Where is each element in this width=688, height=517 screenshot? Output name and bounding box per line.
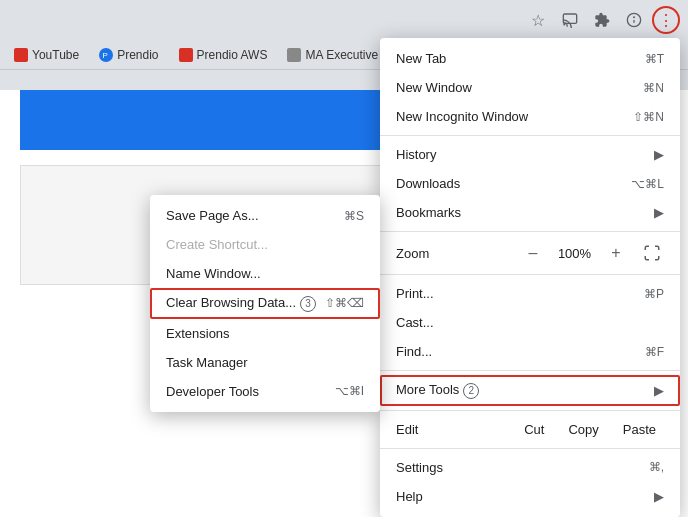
edit-row: Edit Cut Copy Paste: [380, 415, 680, 444]
bookmark-prendio-label: Prendio: [117, 48, 158, 62]
more-tools-arrow-icon: ▶: [654, 383, 664, 398]
create-shortcut-label: Create Shortcut...: [166, 237, 268, 252]
new-tab-shortcut: ⌘T: [645, 52, 664, 66]
browser-background: ☆ ⋮ YouTube P Prendio Prendio AWS MA Exe…: [0, 0, 688, 517]
extensions-item[interactable]: Extensions: [150, 319, 380, 348]
downloads-shortcut: ⌥⌘L: [631, 177, 664, 191]
new-window-shortcut: ⌘N: [643, 81, 664, 95]
name-window-label: Name Window...: [166, 266, 261, 281]
menu-divider-4: [380, 370, 680, 371]
new-incognito-label: New Incognito Window: [396, 109, 528, 124]
bookmark-youtube-label: YouTube: [32, 48, 79, 62]
svg-rect-0: [563, 14, 576, 23]
zoom-plus-button[interactable]: +: [604, 241, 628, 265]
downloads-item[interactable]: Downloads ⌥⌘L: [380, 169, 680, 198]
developer-tools-item[interactable]: Developer Tools ⌥⌘I: [150, 377, 380, 406]
find-item[interactable]: Find... ⌘F: [380, 337, 680, 366]
cast-icon[interactable]: [556, 6, 584, 34]
more-menu-icon[interactable]: ⋮: [652, 6, 680, 34]
save-page-as-label: Save Page As...: [166, 208, 259, 223]
new-tab-label: New Tab: [396, 51, 446, 66]
print-item[interactable]: Print... ⌘P: [380, 279, 680, 308]
menu-divider-3: [380, 274, 680, 275]
clear-browsing-shortcut: ⇧⌘⌫: [325, 296, 364, 310]
find-shortcut: ⌘F: [645, 345, 664, 359]
extensions-label: Extensions: [166, 326, 230, 341]
extensions-icon[interactable]: [588, 6, 616, 34]
sub-menu: Save Page As... ⌘S Create Shortcut... Na…: [150, 195, 380, 412]
name-window-item[interactable]: Name Window...: [150, 259, 380, 288]
menu-divider-5: [380, 410, 680, 411]
history-arrow-icon: ▶: [654, 147, 664, 162]
bookmarks-arrow-icon: ▶: [654, 205, 664, 220]
task-manager-item[interactable]: Task Manager: [150, 348, 380, 377]
ma-executive-favicon: [287, 48, 301, 62]
cast-item[interactable]: Cast...: [380, 308, 680, 337]
developer-tools-label: Developer Tools: [166, 384, 259, 399]
history-label: History: [396, 147, 436, 162]
edit-label: Edit: [396, 422, 516, 437]
bookmark-prendio-aws[interactable]: Prendio AWS: [173, 46, 274, 64]
clear-browsing-badge: 3: [300, 296, 316, 312]
print-label: Print...: [396, 286, 434, 301]
help-arrow-icon: ▶: [654, 489, 664, 504]
create-shortcut-item[interactable]: Create Shortcut...: [150, 230, 380, 259]
save-page-as-shortcut: ⌘S: [344, 209, 364, 223]
new-tab-item[interactable]: New Tab ⌘T: [380, 44, 680, 73]
more-tools-item[interactable]: More Tools2 ▶: [380, 375, 680, 406]
new-incognito-shortcut: ⇧⌘N: [633, 110, 664, 124]
bookmark-prendio-aws-label: Prendio AWS: [197, 48, 268, 62]
history-item[interactable]: History ▶: [380, 140, 680, 169]
zoom-minus-button[interactable]: –: [521, 241, 545, 265]
task-manager-label: Task Manager: [166, 355, 248, 370]
new-window-label: New Window: [396, 80, 472, 95]
youtube-favicon: [14, 48, 28, 62]
page-banner: [20, 90, 433, 150]
prendio-aws-favicon: [179, 48, 193, 62]
developer-tools-shortcut: ⌥⌘I: [335, 384, 364, 398]
more-tools-badge: 2: [463, 383, 479, 399]
find-label: Find...: [396, 344, 432, 359]
save-page-as-item[interactable]: Save Page As... ⌘S: [150, 201, 380, 230]
copy-button[interactable]: Copy: [560, 420, 606, 439]
cut-button[interactable]: Cut: [516, 420, 552, 439]
browser-toolbar: ☆ ⋮: [0, 0, 688, 40]
cast-label: Cast...: [396, 315, 434, 330]
settings-label: Settings: [396, 460, 443, 475]
bookmarks-label: Bookmarks: [396, 205, 461, 220]
zoom-fullscreen-button[interactable]: [640, 241, 664, 265]
more-tools-label: More Tools2: [396, 382, 479, 399]
zoom-controls: – 100% +: [521, 241, 664, 265]
bookmark-prendio[interactable]: P Prendio: [93, 46, 164, 64]
chrome-menu: New Tab ⌘T New Window ⌘N New Incognito W…: [380, 38, 680, 517]
downloads-label: Downloads: [396, 176, 460, 191]
help-item[interactable]: Help ▶: [380, 482, 680, 511]
star-icon[interactable]: ☆: [524, 6, 552, 34]
clear-browsing-data-label: Clear Browsing Data...3: [166, 295, 316, 312]
bookmarks-item[interactable]: Bookmarks ▶: [380, 198, 680, 227]
menu-divider-1: [380, 135, 680, 136]
paste-button[interactable]: Paste: [615, 420, 664, 439]
print-shortcut: ⌘P: [644, 287, 664, 301]
zoom-row: Zoom – 100% +: [380, 236, 680, 270]
info-icon[interactable]: [620, 6, 648, 34]
prendio-favicon: P: [99, 48, 113, 62]
new-incognito-item[interactable]: New Incognito Window ⇧⌘N: [380, 102, 680, 131]
bookmark-youtube[interactable]: YouTube: [8, 46, 85, 64]
zoom-value: 100%: [557, 246, 592, 261]
edit-buttons: Cut Copy Paste: [516, 420, 664, 439]
zoom-label: Zoom: [396, 246, 521, 261]
svg-text:P: P: [103, 51, 108, 60]
menu-divider-6: [380, 448, 680, 449]
clear-browsing-data-item[interactable]: Clear Browsing Data...3 ⇧⌘⌫: [150, 288, 380, 319]
new-window-item[interactable]: New Window ⌘N: [380, 73, 680, 102]
menu-divider-2: [380, 231, 680, 232]
help-label: Help: [396, 489, 423, 504]
settings-shortcut: ⌘,: [649, 460, 664, 474]
settings-item[interactable]: Settings ⌘,: [380, 453, 680, 482]
